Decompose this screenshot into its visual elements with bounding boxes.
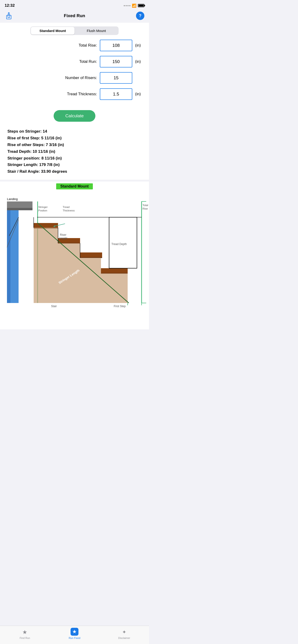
tread-thickness-label: Tread Thickness: xyxy=(6,92,97,96)
svg-rect-10 xyxy=(7,202,33,208)
mount-type-selector: Standard Mount Flush Mount xyxy=(31,26,119,35)
content-area: Standard Mount Flush Mount Total Rise: (… xyxy=(0,23,149,330)
svg-rect-0 xyxy=(8,14,10,18)
num-risers-row: Number of Risers: xyxy=(6,72,143,84)
status-time: 12:32 xyxy=(5,3,15,8)
svg-text:Thickness: Thickness xyxy=(63,209,75,212)
input-form: Total Rise: (in) Total Run: (in) Number … xyxy=(0,38,149,108)
total-rise-unit: (in) xyxy=(135,43,143,48)
result-line-0: Steps on Stringer: 14 xyxy=(8,128,142,135)
total-rise-row: Total Rise: (in) xyxy=(6,40,143,51)
stair-diagram: Stringer Length Landing Stringer Positon… xyxy=(0,190,149,330)
svg-rect-13 xyxy=(7,210,11,303)
tread-thickness-unit: (in) xyxy=(135,92,143,96)
tread-depth-label: Tread Depth xyxy=(111,242,127,246)
calculate-button-wrapper: Calculate xyxy=(0,108,149,126)
nav-bar: Fixed Run ? xyxy=(0,10,149,23)
results-section: Steps on Stringer: 14 Rise of first Step… xyxy=(0,126,149,180)
svg-text:Rise: Rise xyxy=(143,207,148,210)
result-line-4: Stringer position: 8 11/16 (in) xyxy=(8,155,142,162)
diagram-title: Standard Mount xyxy=(56,183,93,190)
svg-text:Positon: Positon xyxy=(38,209,47,212)
page-title: Fixed Run xyxy=(64,13,85,18)
riser-height-label: Riser xyxy=(60,233,66,236)
svg-rect-20 xyxy=(80,252,102,257)
tread-thickness-input[interactable] xyxy=(100,88,132,100)
stair-label: Stair xyxy=(51,304,57,308)
stringer-position-label: Stringer xyxy=(38,206,48,208)
share-button[interactable] xyxy=(5,12,13,20)
status-bar: 12:32 📶 xyxy=(0,0,149,10)
signal-icon xyxy=(124,5,130,6)
tread-thickness-row: Tread Thickness: (in) xyxy=(6,88,143,100)
segment-control: Standard Mount Flush Mount xyxy=(0,23,149,38)
total-rise-label: Total Rise: xyxy=(6,43,97,48)
tread-thickness-label: Tread xyxy=(63,206,70,208)
result-line-2: Rise of other Steps: 7 3/16 (in) xyxy=(8,142,142,148)
result-line-3: Tread Depth: 10 11/16 (in) xyxy=(8,148,142,155)
help-button[interactable]: ? xyxy=(136,12,144,20)
result-line-5: Stringer Length: 179 7/8 (in) xyxy=(8,162,142,168)
diagram-section: Standard Mount xyxy=(0,180,149,330)
result-line-1: Rise of first Step: 5 11/16 (in) xyxy=(8,135,142,142)
num-risers-label: Number of Risers: xyxy=(6,76,97,80)
total-run-unit: (in) xyxy=(135,59,143,64)
calculate-button[interactable]: Calculate xyxy=(54,110,95,122)
diagram-title-bar: Standard Mount xyxy=(0,182,149,190)
diagram-svg: Stringer Length Landing Stringer Positon… xyxy=(0,190,149,310)
first-step-label: First Step xyxy=(114,304,126,308)
status-icons: 📶 xyxy=(124,4,144,8)
wifi-icon: 📶 xyxy=(132,4,136,8)
svg-text:Height: Height xyxy=(59,237,67,240)
battery-icon xyxy=(138,4,144,7)
result-line-6: Stair / Rail Angle: 33.90 degrees xyxy=(8,168,142,175)
svg-rect-11 xyxy=(7,208,33,210)
landing-label: Landing xyxy=(7,197,18,201)
flush-mount-tab[interactable]: Flush Mount xyxy=(75,27,118,34)
num-risers-input[interactable] xyxy=(100,72,132,84)
total-run-input[interactable] xyxy=(100,56,132,68)
total-run-row: Total Run: (in) xyxy=(6,56,143,68)
total-rise-label: Total xyxy=(143,204,148,206)
standard-mount-tab[interactable]: Standard Mount xyxy=(31,27,75,34)
total-rise-input[interactable] xyxy=(100,40,132,51)
svg-rect-2 xyxy=(7,15,11,19)
total-run-label: Total Run: xyxy=(6,59,97,64)
svg-rect-22 xyxy=(101,268,128,273)
